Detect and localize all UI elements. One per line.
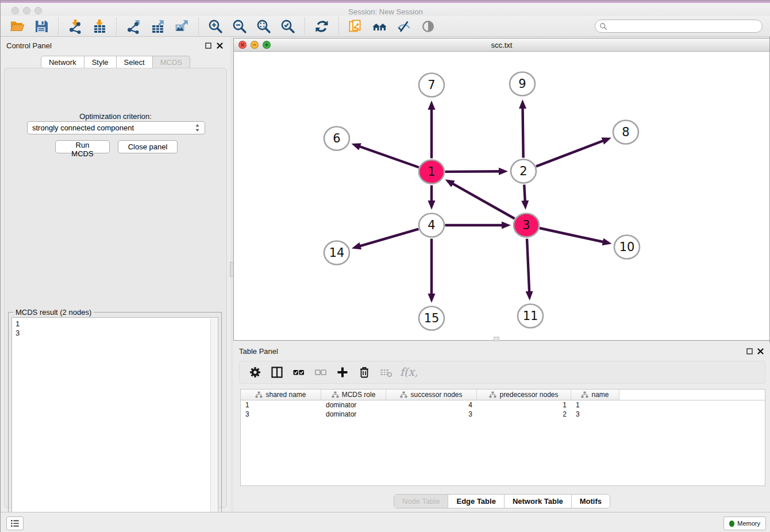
edge-2-8[interactable] <box>536 140 605 166</box>
column-header-shared-name[interactable]: shared name <box>241 390 321 400</box>
search-field[interactable] <box>595 20 763 33</box>
table-row[interactable]: 1dominator411 <box>241 400 765 410</box>
houses-button[interactable] <box>369 17 390 36</box>
graph-node-14[interactable]: 14 <box>324 241 349 265</box>
run-mcds-button[interactable]: Run MCDS <box>55 140 110 153</box>
zoom-out-button[interactable] <box>229 17 250 36</box>
tab-edge-table[interactable]: Edge Table <box>448 495 503 508</box>
toolbar-separator <box>58 18 59 35</box>
edge-3-11[interactable] <box>527 238 529 293</box>
criterion-select[interactable]: strongly connected component <box>27 121 205 134</box>
graph-node-9[interactable]: 9 <box>510 72 535 96</box>
gear-icon <box>249 366 261 379</box>
import-table-button[interactable] <box>89 17 110 36</box>
export-table-button[interactable] <box>147 17 168 36</box>
graph-node-6[interactable]: 6 <box>324 127 349 151</box>
tab-mcds[interactable]: MCDS <box>153 56 190 68</box>
memory-status-dot <box>729 521 734 527</box>
svg-text:11: 11 <box>523 309 538 323</box>
column-header-name[interactable]: name <box>571 390 619 400</box>
zoom-fit-icon <box>256 19 271 34</box>
float-table-panel-icon[interactable] <box>745 347 753 355</box>
open-folder-button[interactable] <box>7 17 28 36</box>
edge-4-14[interactable] <box>359 229 418 246</box>
tab-network[interactable]: Network <box>41 56 84 68</box>
edge-arrowhead <box>521 201 529 210</box>
table-row[interactable]: 3dominator323 <box>241 410 765 419</box>
horizontal-divider-handle[interactable] <box>494 337 499 341</box>
result-scrollbar[interactable] <box>210 318 217 529</box>
graph-node-10[interactable]: 10 <box>614 236 640 259</box>
export-network-button[interactable] <box>123 17 144 36</box>
select-all-button[interactable] <box>289 364 309 381</box>
show-eye-button[interactable] <box>418 17 438 36</box>
graph-node-7[interactable]: 7 <box>419 74 444 97</box>
trash-button[interactable] <box>355 364 374 381</box>
mcds-result-text[interactable]: 1 3 <box>11 317 218 529</box>
memory-button[interactable]: Memory <box>723 516 766 530</box>
column-header-predecessor-nodes[interactable]: predecessor nodes <box>477 390 571 400</box>
hide-eye-button[interactable] <box>394 17 414 36</box>
clone-network-button[interactable] <box>345 17 366 36</box>
column-header-filler <box>619 390 765 400</box>
close-panel-icon[interactable] <box>215 41 224 49</box>
edge-3-10[interactable] <box>540 228 605 242</box>
zoom-in-button[interactable] <box>205 17 226 36</box>
import-network-button[interactable] <box>65 17 86 36</box>
edge-arrowhead <box>428 201 436 210</box>
delete-table-button <box>376 364 396 381</box>
table-panel-header: Table Panel <box>233 342 770 360</box>
graph-node-11[interactable]: 11 <box>518 304 543 328</box>
graph-node-1[interactable]: 1 <box>419 160 444 184</box>
search-input[interactable] <box>607 20 762 32</box>
edge-1-2[interactable] <box>445 171 500 172</box>
application-window: Session: New Session Control Panel Netwo… <box>0 0 770 532</box>
edge-1-6[interactable] <box>359 146 419 167</box>
column-header-successor-nodes[interactable]: successor nodes <box>386 390 477 400</box>
task-history-button[interactable] <box>6 516 24 530</box>
svg-text:15: 15 <box>424 311 440 325</box>
columns-button[interactable] <box>267 364 287 381</box>
tab-select[interactable]: Select <box>117 56 153 68</box>
edge-arrowhead <box>428 101 436 110</box>
hierarchy-icon <box>255 391 263 398</box>
gear-button[interactable] <box>245 364 265 381</box>
graph-node-2[interactable]: 2 <box>511 160 536 183</box>
deselect-all-button[interactable] <box>311 364 330 381</box>
close-table-panel-icon[interactable] <box>756 347 764 355</box>
edge-2-3[interactable] <box>524 184 525 202</box>
zoom-out-icon <box>232 19 247 34</box>
export-image-button[interactable] <box>171 17 192 36</box>
zoom-selected-button[interactable] <box>278 17 298 36</box>
refresh-layout-button[interactable] <box>311 17 332 36</box>
spinner-arrows-icon <box>195 124 200 132</box>
graph-node-3[interactable]: 3 <box>514 214 539 237</box>
column-header-MCDS-role[interactable]: MCDS role <box>321 390 386 400</box>
task-list-icon <box>10 519 20 527</box>
edge-3-1[interactable] <box>452 183 515 219</box>
save-floppy-button[interactable] <box>31 17 52 36</box>
tab-style[interactable]: Style <box>84 56 117 68</box>
add-row-button[interactable] <box>333 364 352 381</box>
tab-network-table[interactable]: Network Table <box>504 495 571 508</box>
zoom-selected-icon <box>280 19 295 34</box>
toolbar-separator <box>116 18 117 35</box>
tab-motifs[interactable]: Motifs <box>571 495 610 508</box>
zoom-fit-button[interactable] <box>253 17 274 36</box>
edge-arrowhead <box>519 99 526 109</box>
export-image-icon <box>174 19 189 34</box>
svg-text:8: 8 <box>622 125 629 139</box>
tab-node-table[interactable]: Node Table <box>394 495 448 508</box>
cell-predecessor-nodes: 1 <box>477 400 571 410</box>
graph-node-8[interactable]: 8 <box>613 121 638 144</box>
float-panel-icon[interactable] <box>204 41 212 49</box>
status-bar: Memory <box>1 512 770 532</box>
memory-label: Memory <box>737 520 760 527</box>
column-label: predecessor nodes <box>499 391 558 399</box>
graph-node-4[interactable]: 4 <box>419 214 444 237</box>
graph-node-15[interactable]: 15 <box>419 307 444 330</box>
edge-2-9[interactable] <box>523 107 523 158</box>
svg-text:9: 9 <box>518 77 526 91</box>
network-canvas[interactable]: 7968124314101511 <box>234 52 769 340</box>
close-panel-button[interactable]: Close panel <box>118 140 178 153</box>
